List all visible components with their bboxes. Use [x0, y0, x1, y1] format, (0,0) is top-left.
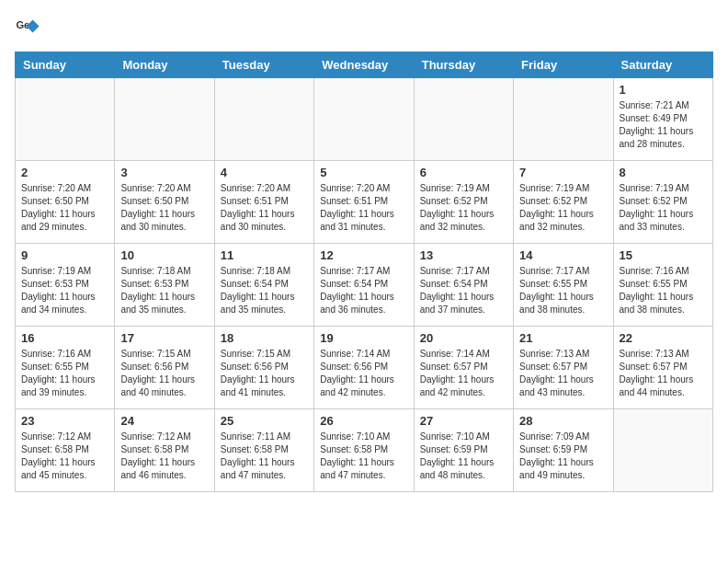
calendar-cell: 18Sunrise: 7:15 AM Sunset: 6:56 PM Dayli…: [214, 327, 313, 409]
calendar-cell: 7Sunrise: 7:19 AM Sunset: 6:52 PM Daylig…: [514, 161, 613, 244]
calendar-cell: 13Sunrise: 7:17 AM Sunset: 6:54 PM Dayli…: [414, 244, 513, 327]
calendar-cell: 19Sunrise: 7:14 AM Sunset: 6:56 PM Dayli…: [314, 327, 414, 409]
calendar-cell: [613, 409, 712, 492]
day-number: 8: [620, 166, 707, 179]
day-number: 14: [519, 248, 607, 262]
day-number: 20: [420, 331, 507, 345]
calendar-cell: 4Sunrise: 7:20 AM Sunset: 6:51 PM Daylig…: [214, 161, 313, 244]
weekday-header-row: SundayMondayTuesdayWednesdayThursdayFrid…: [16, 52, 713, 78]
day-info: Sunrise: 7:10 AM Sunset: 6:59 PM Dayligh…: [420, 431, 507, 482]
calendar-cell: 5Sunrise: 7:20 AM Sunset: 6:51 PM Daylig…: [314, 161, 414, 244]
logo: Ge: [15, 15, 42, 40]
calendar-cell: [16, 78, 115, 161]
calendar-cell: [414, 78, 513, 161]
calendar-cell: 10Sunrise: 7:18 AM Sunset: 6:53 PM Dayli…: [115, 244, 214, 327]
day-number: 21: [519, 331, 607, 345]
day-number: 12: [320, 248, 407, 262]
day-number: 3: [120, 166, 208, 179]
day-info: Sunrise: 7:14 AM Sunset: 6:57 PM Dayligh…: [420, 348, 507, 399]
week-row-3: 9Sunrise: 7:19 AM Sunset: 6:53 PM Daylig…: [16, 244, 713, 327]
day-info: Sunrise: 7:12 AM Sunset: 6:58 PM Dayligh…: [120, 431, 208, 482]
day-number: 19: [320, 331, 407, 345]
day-info: Sunrise: 7:13 AM Sunset: 6:57 PM Dayligh…: [519, 348, 607, 399]
calendar-cell: 26Sunrise: 7:10 AM Sunset: 6:58 PM Dayli…: [314, 409, 414, 492]
weekday-header-sunday: Sunday: [16, 52, 115, 78]
day-number: 2: [21, 166, 108, 179]
day-number: 10: [120, 248, 208, 262]
day-info: Sunrise: 7:16 AM Sunset: 6:55 PM Dayligh…: [620, 265, 707, 316]
calendar-cell: 25Sunrise: 7:11 AM Sunset: 6:58 PM Dayli…: [214, 409, 313, 492]
calendar-cell: 17Sunrise: 7:15 AM Sunset: 6:56 PM Dayli…: [115, 327, 214, 409]
day-number: 27: [420, 414, 507, 428]
day-info: Sunrise: 7:19 AM Sunset: 6:52 PM Dayligh…: [620, 182, 707, 234]
day-number: 24: [120, 414, 208, 428]
day-info: Sunrise: 7:18 AM Sunset: 6:53 PM Dayligh…: [120, 265, 208, 316]
calendar-cell: 16Sunrise: 7:16 AM Sunset: 6:55 PM Dayli…: [16, 327, 115, 409]
day-number: 28: [519, 414, 607, 428]
calendar-cell: 1Sunrise: 7:21 AM Sunset: 6:49 PM Daylig…: [613, 78, 712, 161]
calendar-cell: 24Sunrise: 7:12 AM Sunset: 6:58 PM Dayli…: [115, 409, 214, 492]
day-info: Sunrise: 7:17 AM Sunset: 6:54 PM Dayligh…: [320, 265, 407, 316]
day-info: Sunrise: 7:15 AM Sunset: 6:56 PM Dayligh…: [221, 348, 308, 399]
calendar-cell: 2Sunrise: 7:20 AM Sunset: 6:50 PM Daylig…: [16, 161, 115, 244]
week-row-5: 23Sunrise: 7:12 AM Sunset: 6:58 PM Dayli…: [16, 409, 713, 492]
calendar-cell: 8Sunrise: 7:19 AM Sunset: 6:52 PM Daylig…: [613, 161, 712, 244]
day-info: Sunrise: 7:20 AM Sunset: 6:50 PM Dayligh…: [120, 182, 208, 234]
day-number: 22: [620, 331, 707, 345]
day-info: Sunrise: 7:11 AM Sunset: 6:58 PM Dayligh…: [221, 431, 308, 482]
calendar-cell: 9Sunrise: 7:19 AM Sunset: 6:53 PM Daylig…: [16, 244, 115, 327]
day-number: 4: [221, 166, 308, 179]
calendar-table: SundayMondayTuesdayWednesdayThursdayFrid…: [15, 52, 713, 492]
day-info: Sunrise: 7:17 AM Sunset: 6:54 PM Dayligh…: [420, 265, 507, 316]
day-info: Sunrise: 7:20 AM Sunset: 6:51 PM Dayligh…: [320, 182, 407, 234]
day-info: Sunrise: 7:10 AM Sunset: 6:58 PM Dayligh…: [320, 431, 407, 482]
calendar-cell: 14Sunrise: 7:17 AM Sunset: 6:55 PM Dayli…: [514, 244, 613, 327]
day-info: Sunrise: 7:16 AM Sunset: 6:55 PM Dayligh…: [21, 348, 108, 399]
week-row-4: 16Sunrise: 7:16 AM Sunset: 6:55 PM Dayli…: [16, 327, 713, 409]
day-number: 18: [221, 331, 308, 345]
day-number: 26: [320, 414, 407, 428]
day-info: Sunrise: 7:17 AM Sunset: 6:55 PM Dayligh…: [519, 265, 607, 316]
day-number: 25: [221, 414, 308, 428]
day-info: Sunrise: 7:18 AM Sunset: 6:54 PM Dayligh…: [221, 265, 308, 316]
weekday-header-saturday: Saturday: [613, 52, 712, 78]
calendar-cell: 15Sunrise: 7:16 AM Sunset: 6:55 PM Dayli…: [613, 244, 712, 327]
calendar-cell: 27Sunrise: 7:10 AM Sunset: 6:59 PM Dayli…: [414, 409, 513, 492]
day-info: Sunrise: 7:19 AM Sunset: 6:52 PM Dayligh…: [420, 182, 507, 234]
day-number: 13: [420, 248, 507, 262]
day-number: 15: [620, 248, 707, 262]
week-row-2: 2Sunrise: 7:20 AM Sunset: 6:50 PM Daylig…: [16, 161, 713, 244]
calendar-cell: 11Sunrise: 7:18 AM Sunset: 6:54 PM Dayli…: [214, 244, 313, 327]
calendar-cell: 22Sunrise: 7:13 AM Sunset: 6:57 PM Dayli…: [613, 327, 712, 409]
day-number: 1: [620, 83, 707, 97]
day-number: 17: [120, 331, 208, 345]
day-number: 6: [420, 166, 507, 179]
weekday-header-wednesday: Wednesday: [314, 52, 414, 78]
day-info: Sunrise: 7:21 AM Sunset: 6:49 PM Dayligh…: [620, 99, 707, 151]
day-number: 16: [21, 331, 108, 345]
calendar-cell: [514, 78, 613, 161]
calendar-cell: 6Sunrise: 7:19 AM Sunset: 6:52 PM Daylig…: [414, 161, 513, 244]
calendar-cell: 23Sunrise: 7:12 AM Sunset: 6:58 PM Dayli…: [16, 409, 115, 492]
day-number: 5: [320, 166, 407, 179]
day-info: Sunrise: 7:19 AM Sunset: 6:53 PM Dayligh…: [21, 265, 108, 316]
calendar-cell: [214, 78, 313, 161]
day-info: Sunrise: 7:13 AM Sunset: 6:57 PM Dayligh…: [620, 348, 707, 399]
calendar-cell: 3Sunrise: 7:20 AM Sunset: 6:50 PM Daylig…: [115, 161, 214, 244]
logo-icon: Ge: [15, 15, 40, 40]
day-info: Sunrise: 7:14 AM Sunset: 6:56 PM Dayligh…: [320, 348, 407, 399]
calendar-cell: 12Sunrise: 7:17 AM Sunset: 6:54 PM Dayli…: [314, 244, 414, 327]
day-info: Sunrise: 7:12 AM Sunset: 6:58 PM Dayligh…: [21, 431, 108, 482]
day-info: Sunrise: 7:20 AM Sunset: 6:50 PM Dayligh…: [21, 182, 108, 234]
calendar-cell: 21Sunrise: 7:13 AM Sunset: 6:57 PM Dayli…: [514, 327, 613, 409]
day-number: 7: [519, 166, 607, 179]
calendar-cell: [115, 78, 214, 161]
weekday-header-tuesday: Tuesday: [214, 52, 313, 78]
day-number: 23: [21, 414, 108, 428]
day-number: 11: [221, 248, 308, 262]
header: Ge: [15, 15, 713, 40]
weekday-header-thursday: Thursday: [414, 52, 513, 78]
day-info: Sunrise: 7:19 AM Sunset: 6:52 PM Dayligh…: [519, 182, 607, 234]
day-info: Sunrise: 7:20 AM Sunset: 6:51 PM Dayligh…: [221, 182, 308, 234]
day-info: Sunrise: 7:15 AM Sunset: 6:56 PM Dayligh…: [120, 348, 208, 399]
